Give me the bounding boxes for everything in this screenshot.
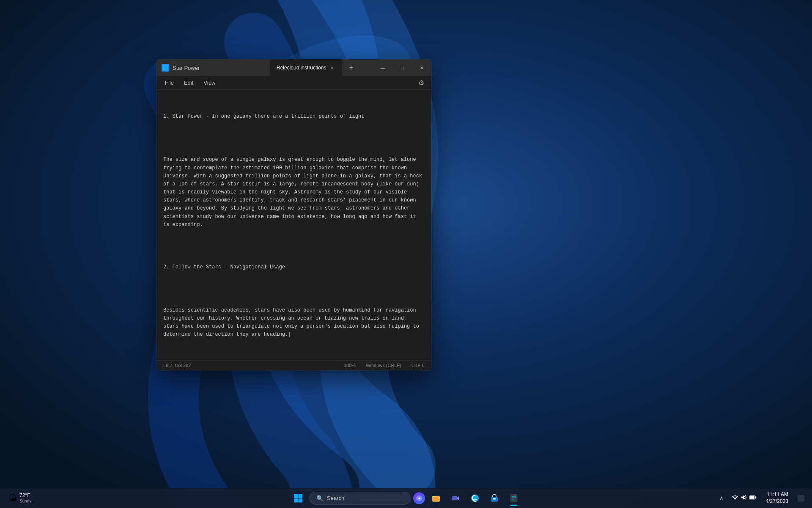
close-button[interactable]: ✕	[412, 59, 431, 76]
taskbar: 🌤 72°F Sunny 🔍 Search	[0, 488, 812, 508]
svg-rect-25	[798, 495, 804, 502]
menu-bar: File Edit View ⚙	[156, 76, 431, 90]
maximize-button[interactable]: □	[392, 59, 412, 76]
app-title: Star Power	[173, 65, 200, 71]
weather-text: 72°F Sunny	[19, 492, 31, 503]
active-app-indicator	[510, 505, 517, 506]
add-tab-button[interactable]: +	[344, 61, 358, 75]
search-icon: 🔍	[316, 495, 324, 502]
desktop: Star Power Relecloud instructions ✕ + — …	[0, 0, 812, 508]
file-explorer-icon	[431, 494, 441, 503]
notepad-taskbar-button[interactable]	[505, 490, 522, 507]
tab-close-button[interactable]: ✕	[329, 64, 335, 71]
tray-overflow-button[interactable]: ∧	[717, 493, 726, 503]
svg-rect-18	[510, 494, 517, 502]
file-explorer-button[interactable]	[428, 490, 444, 507]
status-bar: Ln 7, Col 292 100% Windows (CRLF) UTF-8	[156, 360, 431, 370]
notification-button[interactable]	[795, 492, 807, 504]
battery-icon	[748, 495, 757, 501]
svg-rect-24	[750, 496, 754, 499]
copilot-icon: ✦	[415, 494, 423, 502]
title-bar-tabs: Relecloud instructions ✕ +	[270, 59, 373, 76]
weather-condition: Sunny	[19, 499, 31, 504]
editor-area[interactable]: 1. Star Power - In one galaxy there are …	[156, 90, 431, 360]
store-icon	[490, 494, 499, 503]
notification-icon	[798, 495, 804, 502]
weather-icon: 🌤	[8, 493, 17, 503]
svg-rect-8	[299, 494, 303, 498]
svg-rect-17	[493, 498, 496, 500]
svg-rect-14	[452, 496, 457, 500]
svg-rect-7	[294, 494, 298, 498]
start-button[interactable]	[290, 490, 307, 507]
svg-point-22	[735, 499, 735, 500]
svg-text:✦: ✦	[417, 496, 421, 501]
weather-widget[interactable]: 🌤 72°F Sunny	[5, 491, 35, 505]
status-encoding[interactable]: UTF-8	[411, 363, 425, 368]
clock-time: 11:11 AM	[767, 491, 788, 498]
window-controls: — □ ✕	[373, 59, 431, 76]
view-menu[interactable]: View	[198, 77, 220, 88]
edge-button[interactable]	[466, 490, 483, 507]
windows-logo-icon	[293, 493, 303, 503]
settings-button[interactable]: ⚙	[414, 76, 428, 90]
file-menu[interactable]: File	[160, 77, 179, 88]
system-tray: ∧	[717, 490, 807, 506]
status-zoom[interactable]: 100%	[344, 363, 356, 368]
teams-button[interactable]	[447, 490, 464, 507]
svg-rect-10	[299, 498, 303, 502]
paragraph-1: The size and scope of a single galaxy is…	[163, 156, 425, 229]
minimize-button[interactable]: —	[373, 59, 392, 76]
edit-menu[interactable]: Edit	[179, 77, 198, 88]
notepad-taskbar-icon	[509, 494, 518, 503]
chevron-up-icon: ∧	[719, 495, 724, 501]
title-bar: Star Power Relecloud instructions ✕ + — …	[156, 59, 431, 76]
copilot-button[interactable]: ✦	[413, 492, 425, 504]
status-right: 100% Windows (CRLF) UTF-8	[344, 363, 425, 368]
network-icon	[731, 494, 739, 502]
clock-date: 4/27/2023	[766, 498, 788, 505]
tab-label: Relecloud instructions	[277, 65, 326, 71]
search-bar[interactable]: 🔍 Search	[309, 492, 411, 505]
tray-icons-area[interactable]	[730, 493, 759, 503]
weather-temperature: 72°F	[19, 492, 31, 498]
active-tab[interactable]: Relecloud instructions ✕	[270, 59, 343, 76]
taskbar-center: 🔍 Search ✦	[290, 490, 522, 507]
paragraph-2: Besides scientific academics, stars have…	[163, 306, 425, 339]
sound-icon	[740, 494, 747, 502]
system-clock[interactable]: 11:11 AM 4/27/2023	[763, 490, 792, 506]
heading-1: 1. Star Power - In one galaxy there are …	[163, 113, 425, 121]
notepad-window: Star Power Relecloud instructions ✕ + — …	[156, 59, 431, 370]
title-bar-left: Star Power	[156, 64, 270, 72]
store-button[interactable]	[486, 490, 503, 507]
app-icon	[162, 64, 169, 72]
heading-2: 2. Follow the Stars - Navigational Usage	[163, 263, 425, 271]
status-line-ending[interactable]: Windows (CRLF)	[366, 363, 401, 368]
svg-rect-9	[294, 498, 298, 502]
menu-items: File Edit View	[160, 77, 220, 88]
status-position: Ln 7, Col 292	[163, 363, 191, 368]
search-label: Search	[327, 495, 344, 501]
edge-icon	[470, 494, 480, 503]
teams-icon	[451, 494, 460, 503]
